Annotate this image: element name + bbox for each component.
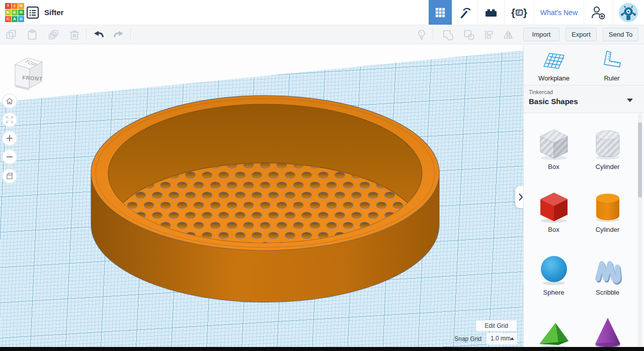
brick-icon[interactable] <box>477 0 504 25</box>
shape-label: Box <box>527 226 581 233</box>
dashboard-grid-icon[interactable] <box>429 0 452 25</box>
shape-tile-roof[interactable] <box>527 313 581 351</box>
person-add-icon[interactable] <box>584 0 612 25</box>
design-title[interactable]: Sifter <box>44 0 63 25</box>
undo-icon[interactable] <box>93 29 105 41</box>
zoom-out-button[interactable] <box>2 149 17 164</box>
home-view-button[interactable] <box>2 94 17 109</box>
edit-grid-button[interactable]: Edit Grid <box>476 320 517 331</box>
snap-grid-label: Snap Grid <box>454 335 481 342</box>
mirror-icon[interactable] <box>502 29 514 41</box>
trash-icon[interactable] <box>68 29 80 41</box>
align-icon[interactable] <box>483 29 495 41</box>
shape-label: Scribble <box>581 289 634 296</box>
shape-tile-cylinder[interactable]: Cylinder <box>581 187 634 250</box>
shape-label: Box <box>527 163 581 170</box>
workplane-tool[interactable]: Workplane <box>531 49 577 82</box>
ruler-tool[interactable]: Ruler <box>589 49 634 82</box>
svg-text:{: { <box>511 7 515 18</box>
shapes-panel: Workplane Ruler Tinkercad Basic Shapes <box>523 44 644 351</box>
cone-icon <box>589 313 626 350</box>
category-label: Basic Shapes <box>529 97 578 106</box>
group-icon[interactable] <box>442 29 454 41</box>
shapes-grid: Box Cylinder Box <box>524 113 644 351</box>
ruler-icon <box>600 49 624 70</box>
shape-label: Cylinder <box>581 163 634 170</box>
bulb-icon[interactable] <box>416 29 428 41</box>
svg-text:}: } <box>523 7 527 18</box>
codeblocks-icon[interactable]: { } <box>504 0 534 25</box>
zoom-in-button[interactable] <box>2 131 17 146</box>
view-cube[interactable]: TOP FRONT <box>11 55 49 98</box>
logo-letter: D <box>18 16 24 22</box>
logo-letter: A <box>12 16 18 22</box>
collapse-panel-icon[interactable] <box>515 186 523 208</box>
toolbar-divider <box>86 29 87 41</box>
app-header: TINKERCAD Sifter <box>0 0 644 25</box>
import-button[interactable]: Import <box>523 28 559 41</box>
toolbar-divider <box>433 29 433 41</box>
shape-tile-hole-cylinder[interactable]: Cylinder <box>581 124 634 187</box>
caret-up-icon <box>510 337 514 340</box>
whats-new-link[interactable]: What's New <box>534 0 584 25</box>
panel-tools: Workplane Ruler <box>524 44 644 85</box>
library-label: Tinkercad <box>529 89 553 95</box>
workplane-icon <box>542 49 566 70</box>
toolbar: Import Export Send To <box>0 25 644 44</box>
ruler-label: Ruler <box>589 74 634 82</box>
logo-letter: E <box>12 10 18 16</box>
avatar <box>619 3 638 22</box>
export-button[interactable]: Export <box>566 28 597 41</box>
scribble-icon <box>589 250 626 287</box>
hole-box-icon <box>535 124 573 161</box>
fit-view-button[interactable] <box>2 112 17 127</box>
sifter-object[interactable] <box>83 93 445 307</box>
roof-icon <box>535 313 573 350</box>
bottom-edge-strip <box>0 347 644 351</box>
redo-icon[interactable] <box>113 29 125 41</box>
logo-letter: T <box>5 3 11 9</box>
shape-tile-sphere[interactable]: Sphere <box>527 250 581 313</box>
copy-icon[interactable] <box>5 29 17 41</box>
logo-letter: I <box>12 3 18 9</box>
paste-icon[interactable] <box>26 29 38 41</box>
workplane-label: Workplane <box>531 74 577 82</box>
ortho-view-button[interactable] <box>2 168 17 184</box>
duplicate-icon[interactable] <box>47 29 59 41</box>
logo-letter: K <box>5 10 11 16</box>
sphere-icon <box>535 250 573 287</box>
viewport-3d[interactable]: TOP FRONT <box>0 44 523 351</box>
account-avatar[interactable] <box>612 0 644 25</box>
shape-label: Cylinder <box>581 226 634 233</box>
ungroup-icon[interactable] <box>463 29 475 41</box>
logo-letter: C <box>5 16 11 22</box>
hole-cylinder-icon <box>589 124 626 161</box>
box-icon <box>535 187 573 224</box>
shape-tile-cone[interactable] <box>581 313 634 351</box>
shape-tile-box[interactable]: Box <box>527 187 581 250</box>
toolbar-divider <box>130 29 131 41</box>
logo-letter: N <box>18 3 24 9</box>
send-to-button[interactable]: Send To <box>603 28 638 41</box>
shape-tile-scribble[interactable]: Scribble <box>581 250 634 313</box>
panel-scrollbar-thumb[interactable] <box>638 122 642 198</box>
menu-icon[interactable] <box>26 6 39 19</box>
pickaxe-icon[interactable] <box>452 0 477 25</box>
snap-grid-select[interactable]: 1.0 mm <box>487 333 517 344</box>
tinkercad-logo[interactable]: TINKERCAD <box>5 3 25 23</box>
shape-label: Sphere <box>527 289 581 296</box>
logo-letter: R <box>18 10 24 16</box>
shape-library-dropdown[interactable]: Tinkercad Basic Shapes <box>524 85 644 113</box>
snap-grid-value: 1.0 mm <box>491 335 511 342</box>
cylinder-icon <box>589 187 626 224</box>
chevron-down-icon <box>627 99 633 102</box>
shape-tile-hole-box[interactable]: Box <box>527 124 581 187</box>
